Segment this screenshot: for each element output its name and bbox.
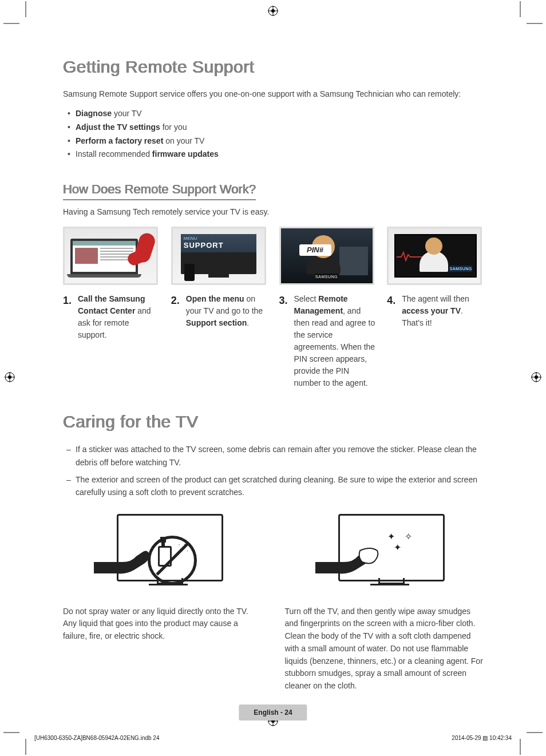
- step-1: 1. Call the Samsung Contact Center and a…: [63, 227, 160, 389]
- crop-tick-icon: [527, 23, 543, 24]
- crop-tick-icon: [25, 739, 26, 755]
- step-2-illustration: MENU SUPPORT: [171, 227, 266, 285]
- care-col-1: · · · · · Do not spray water or any liqu…: [63, 510, 262, 692]
- brand-label: SAMSUNG: [449, 266, 472, 272]
- crop-tick-icon: [3, 23, 19, 24]
- crop-tick-icon: [25, 1, 26, 17]
- step-2: MENU SUPPORT 2. Open the menu on your TV…: [171, 227, 268, 389]
- step-4-illustration: SAMSUNG: [387, 227, 482, 285]
- step-text: Select Remote Management, and then read …: [294, 293, 376, 389]
- support-label: SUPPORT: [184, 241, 254, 250]
- crop-tick-icon: [520, 739, 521, 755]
- hand-cloth-icon: [315, 545, 379, 571]
- no-spray-illustration: · · · · ·: [94, 510, 231, 596]
- crop-tick-icon: [527, 732, 543, 733]
- care-col-2: ✦ ✧ ✦ Turn off the TV, and then gently w…: [285, 510, 484, 692]
- step-number: 2.: [171, 293, 181, 329]
- heading-how-it-works: How Does Remote Support Work?: [63, 182, 256, 200]
- registration-mark-icon: [531, 372, 541, 385]
- intro-text: Samsung Remote Support service offers yo…: [63, 88, 484, 100]
- care-row: · · · · · Do not spray water or any liqu…: [63, 510, 484, 692]
- print-info: [UH6300-6350-ZA]BN68-05942A-02ENG.indb 2…: [34, 735, 512, 741]
- phone-icon: [133, 231, 157, 264]
- registration-mark-icon: [5, 372, 15, 385]
- list-item: If a sticker was attached to the TV scre…: [76, 443, 484, 469]
- list-item: Perform a factory reset on your TV: [76, 134, 484, 148]
- care-text-2: Turn off the TV, and then gently wipe aw…: [285, 605, 484, 692]
- brand-label: SAMSUNG: [315, 274, 338, 280]
- step-text: Open the menu on your TV and go to the S…: [186, 293, 268, 329]
- remote-icon: [184, 264, 195, 281]
- steps-row: 1. Call the Samsung Contact Center and a…: [63, 227, 484, 389]
- prohibit-icon: [148, 536, 197, 585]
- crop-tick-icon: [520, 1, 521, 17]
- crop-tick-icon: [3, 732, 19, 733]
- print-file: [UH6300-6350-ZA]BN68-05942A-02ENG.indb 2…: [34, 735, 159, 741]
- list-item: Adjust the TV settings for you: [76, 121, 484, 134]
- pin-label: PIN#: [299, 244, 331, 256]
- step-text: The agent will then access your TV. That…: [402, 293, 484, 329]
- care-text-1: Do not spray water or any liquid directl…: [63, 605, 262, 643]
- step-3-illustration: PIN# SAMSUNG: [279, 227, 374, 285]
- list-item: Install recommended firmware updates: [76, 148, 484, 161]
- capability-list: Diagnose your TV Adjust the TV settings …: [63, 107, 484, 161]
- list-item: The exterior and screen of the product c…: [76, 473, 484, 499]
- heading-caring: Caring for the TV: [63, 412, 484, 432]
- wipe-cloth-illustration: ✦ ✧ ✦: [315, 510, 453, 596]
- registration-mark-icon: [268, 6, 278, 18]
- heading-remote-support: Getting Remote Support: [63, 57, 484, 77]
- step-number: 3.: [279, 293, 290, 389]
- step-number: 1.: [63, 293, 73, 341]
- step-3: PIN# SAMSUNG 3. Select Remote Management…: [279, 227, 376, 389]
- step-number: 4.: [387, 293, 397, 329]
- menu-label: MENU: [184, 236, 254, 241]
- subintro-text: Having a Samsung Tech remotely service y…: [63, 207, 484, 216]
- sparkle-icon: ✦ ✧ ✦: [387, 531, 415, 553]
- step-1-illustration: [63, 227, 158, 285]
- step-4: SAMSUNG 4. The agent will then access yo…: [387, 227, 484, 389]
- list-item: Diagnose your TV: [76, 107, 484, 121]
- page-content: Getting Remote Support Samsung Remote Su…: [63, 57, 484, 692]
- page-footer: English - 24: [239, 704, 307, 721]
- caring-notes: If a sticker was attached to the TV scre…: [63, 443, 484, 499]
- print-timestamp: 2014-05-29 ▧ 10:42:34: [452, 735, 512, 741]
- step-text: Call the Samsung Contact Center and ask …: [78, 293, 160, 341]
